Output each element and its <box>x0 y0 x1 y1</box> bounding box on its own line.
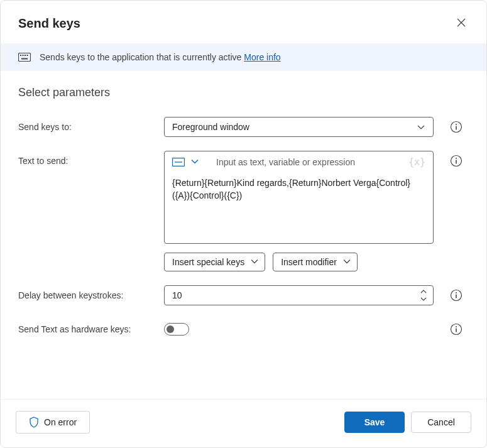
label-delay: Delay between keystrokes: <box>18 285 154 300</box>
section-title: Select parameters <box>18 86 469 99</box>
svg-rect-1 <box>20 55 21 56</box>
info-icon[interactable] <box>450 155 462 167</box>
on-error-button[interactable]: On error <box>16 411 90 434</box>
svg-rect-2 <box>23 55 24 56</box>
cancel-button[interactable]: Cancel <box>411 412 471 433</box>
svg-rect-3 <box>25 55 26 56</box>
chevron-down-icon <box>343 257 351 267</box>
svg-point-12 <box>456 158 457 159</box>
keyboard-icon <box>18 53 31 62</box>
banner-text: Sends keys to the application that is cu… <box>40 52 281 62</box>
close-button[interactable] <box>451 13 471 33</box>
close-icon <box>457 18 466 29</box>
delay-input[interactable] <box>165 286 418 305</box>
row-hardware-keys: Send Text as hardware keys: <box>18 319 469 336</box>
svg-rect-4 <box>27 55 28 56</box>
row-text-to-send: Text to send: Input as text, variable or… <box>18 151 469 271</box>
variable-icon[interactable]: {x} <box>408 156 425 168</box>
textbox-content[interactable]: {Return}{Return}Kind regards,{Return}Nor… <box>165 173 433 243</box>
textbox-toolbar: Input as text, variable or expression {x… <box>165 151 433 173</box>
text-mode-icon[interactable] <box>172 158 185 167</box>
save-button[interactable]: Save <box>344 412 405 433</box>
dialog-footer: On error Save Cancel <box>1 399 486 447</box>
dialog-title: Send keys <box>18 16 80 31</box>
svg-rect-13 <box>456 160 457 164</box>
select-send-keys-to[interactable]: Foreground window <box>164 117 434 137</box>
svg-rect-8 <box>456 126 457 130</box>
chevron-down-icon[interactable] <box>191 157 199 167</box>
spinner-buttons <box>418 288 433 303</box>
svg-point-18 <box>456 326 457 327</box>
svg-rect-5 <box>21 58 28 60</box>
delay-input-wrap <box>164 285 434 305</box>
info-icon[interactable] <box>450 323 462 336</box>
toggle-knob <box>167 325 174 333</box>
row-delay: Delay between keystrokes: <box>18 285 469 305</box>
dialog-header: Send keys <box>1 1 486 43</box>
send-keys-dialog: Send keys Sends keys to the application … <box>0 0 487 448</box>
info-icon[interactable] <box>450 121 462 133</box>
insert-modifier-button[interactable]: Insert modifier <box>273 253 358 271</box>
textbox-text-to-send[interactable]: Input as text, variable or expression {x… <box>164 151 434 244</box>
label-text-to-send: Text to send: <box>18 151 154 166</box>
label-send-keys-to: Send keys to: <box>18 117 154 132</box>
info-icon[interactable] <box>450 289 462 302</box>
info-banner: Sends keys to the application that is cu… <box>1 43 486 71</box>
dialog-content: Select parameters Send keys to: Foregrou… <box>1 71 486 399</box>
more-info-link[interactable]: More info <box>244 52 280 62</box>
label-hardware-keys: Send Text as hardware keys: <box>18 319 154 334</box>
row-send-keys-to: Send keys to: Foreground window <box>18 117 469 137</box>
svg-point-15 <box>456 292 457 293</box>
svg-point-7 <box>456 124 457 125</box>
chevron-down-icon <box>417 123 425 131</box>
insert-special-keys-button[interactable]: Insert special keys <box>164 253 265 271</box>
textbox-placeholder: Input as text, variable or expression <box>205 157 402 167</box>
insert-buttons-row: Insert special keys Insert modifier <box>164 253 434 271</box>
spinner-down-button[interactable] <box>418 295 429 303</box>
svg-rect-19 <box>456 329 457 332</box>
shield-icon <box>29 417 39 428</box>
svg-rect-16 <box>456 295 457 298</box>
chevron-down-icon <box>251 257 258 267</box>
spinner-up-button[interactable] <box>418 288 429 295</box>
footer-right: Save Cancel <box>344 412 471 433</box>
svg-rect-0 <box>19 53 31 62</box>
hardware-keys-toggle[interactable] <box>164 323 189 336</box>
select-value: Foreground window <box>172 122 249 132</box>
